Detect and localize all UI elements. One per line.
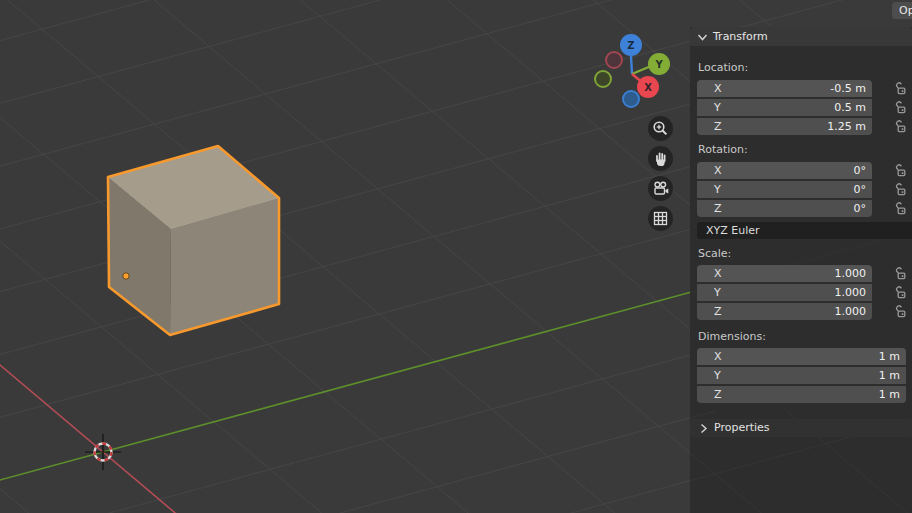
lock-scale-x-button[interactable] [894, 267, 908, 282]
field-axis: Z [714, 305, 722, 318]
field-axis: Z [714, 202, 722, 215]
scale-label: Scale: [698, 247, 731, 260]
location-z-field[interactable]: Z 1.25 m [697, 118, 872, 135]
open-lock-icon [894, 305, 907, 319]
transform-panel-title: Transform [713, 30, 768, 43]
camera-view-button[interactable] [648, 176, 673, 201]
field-value: 1.000 [835, 286, 867, 299]
object-origin-dot [123, 273, 129, 279]
scale-y-field[interactable]: Y 1.000 [697, 284, 872, 301]
gizmo-z-axis-ball[interactable]: Z [620, 34, 642, 56]
grid-icon [651, 209, 670, 228]
open-lock-icon [894, 164, 907, 178]
blender-3d-viewport: Z Y X [0, 0, 912, 513]
field-axis: Z [714, 388, 722, 401]
scale-x-field[interactable]: X 1.000 [697, 265, 872, 282]
hand-icon [651, 149, 670, 168]
gizmo-y-axis-ball[interactable]: Y [648, 53, 670, 75]
dimensions-x-field[interactable]: X 1 m [697, 348, 906, 365]
field-axis: X [714, 164, 722, 177]
open-lock-icon [894, 120, 907, 134]
field-value: 1.25 m [827, 120, 866, 133]
lock-location-y-button[interactable] [894, 101, 908, 116]
chevron-right-icon [699, 423, 709, 434]
rotation-mode-value: XYZ Euler [706, 224, 760, 237]
location-label: Location: [698, 61, 748, 74]
lock-scale-z-button[interactable] [894, 305, 908, 320]
open-lock-icon [894, 101, 907, 115]
rotation-mode-dropdown[interactable]: XYZ Euler [697, 222, 912, 239]
location-y-field[interactable]: Y 0.5 m [697, 99, 872, 116]
field-axis: X [714, 350, 722, 363]
zoom-tool-button[interactable] [648, 116, 673, 141]
sidebar-region: Transform Location: X -0.5 m Y 0.5 m Z 1… [690, 27, 912, 513]
field-axis: Y [714, 101, 721, 114]
lock-scale-y-button[interactable] [894, 286, 908, 301]
camera-icon [651, 179, 670, 198]
field-value: 1 m [879, 350, 900, 363]
location-x-field[interactable]: X -0.5 m [697, 80, 872, 97]
scale-z-field[interactable]: Z 1.000 [697, 303, 872, 320]
rotation-x-field[interactable]: X 0° [697, 162, 872, 179]
field-value: 1.000 [835, 267, 867, 280]
field-value: 0° [854, 202, 867, 215]
gizmo-neg-y-ball[interactable] [594, 70, 612, 88]
field-value: 0.5 m [834, 101, 866, 114]
transform-panel: Transform Location: X -0.5 m Y 0.5 m Z 1… [690, 27, 912, 411]
open-lock-icon [894, 286, 907, 300]
toggle-projection-button[interactable] [648, 206, 673, 231]
cube-object[interactable] [108, 146, 279, 335]
lock-location-x-button[interactable] [894, 82, 908, 97]
rotation-label: Rotation: [698, 143, 748, 156]
field-axis: X [714, 82, 722, 95]
open-lock-icon [894, 202, 907, 216]
properties-panel-title: Properties [714, 421, 770, 434]
gizmo-x-axis-ball[interactable]: X [637, 76, 659, 98]
gizmo-neg-x-ball[interactable] [605, 51, 623, 69]
lock-rotation-y-button[interactable] [894, 183, 908, 198]
properties-panel-header[interactable]: Properties [690, 419, 912, 437]
field-value: 1.000 [835, 305, 867, 318]
options-dropdown-button[interactable]: Options [891, 1, 912, 20]
magnifier-plus-icon [651, 119, 670, 138]
chevron-down-icon [697, 32, 708, 42]
rotation-z-field[interactable]: Z 0° [697, 200, 872, 217]
open-lock-icon [894, 183, 907, 197]
lock-rotation-z-button[interactable] [894, 202, 908, 217]
dimensions-label: Dimensions: [698, 330, 766, 343]
field-axis: Y [714, 286, 721, 299]
field-value: 0° [854, 164, 867, 177]
gizmo-neg-z-ball[interactable] [622, 90, 640, 108]
lock-rotation-x-button[interactable] [894, 164, 908, 179]
open-lock-icon [894, 82, 907, 96]
field-value: 1 m [879, 369, 900, 382]
field-axis: X [714, 267, 722, 280]
field-value: 0° [854, 183, 867, 196]
field-axis: Y [714, 369, 721, 382]
3d-cursor [85, 434, 121, 470]
field-axis: Y [714, 183, 721, 196]
lock-location-z-button[interactable] [894, 120, 908, 135]
field-value: 1 m [879, 388, 900, 401]
field-axis: Z [714, 120, 722, 133]
open-lock-icon [894, 267, 907, 281]
field-value: -0.5 m [830, 82, 866, 95]
pan-tool-button[interactable] [648, 146, 673, 171]
dimensions-z-field[interactable]: Z 1 m [697, 386, 906, 403]
dimensions-y-field[interactable]: Y 1 m [697, 367, 906, 384]
rotation-y-field[interactable]: Y 0° [697, 181, 872, 198]
transform-panel-header[interactable]: Transform [690, 27, 912, 46]
